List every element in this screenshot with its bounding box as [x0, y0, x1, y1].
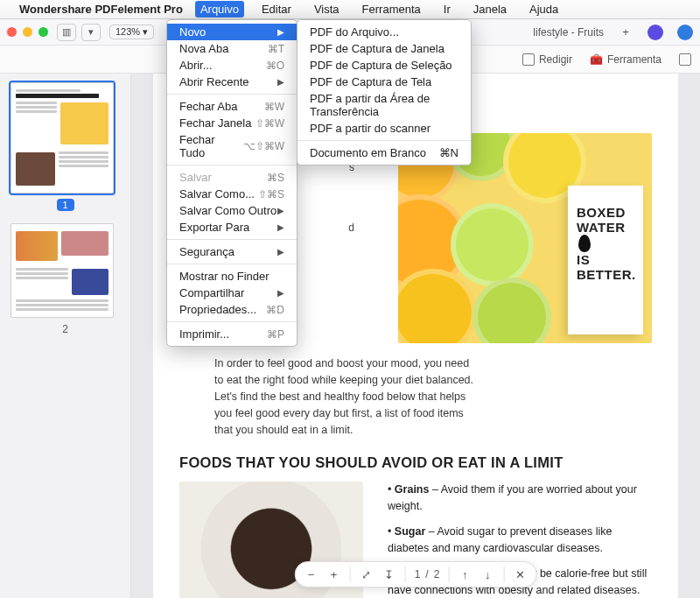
thumbnail-page-1[interactable]	[10, 82, 114, 193]
menu-item[interactable]: Compartilhar▶	[167, 285, 297, 301]
menu-item[interactable]: Fechar Tudo⌥⇧⌘W	[167, 131, 297, 161]
body-paragraph: In order to feel good and boost your moo…	[214, 355, 477, 439]
zoom-out-button[interactable]: −	[304, 568, 318, 581]
minimize-window-button[interactable]	[23, 27, 32, 37]
menu-item[interactable]: Segurança▶	[167, 243, 297, 260]
next-page-button[interactable]: ↓	[480, 568, 494, 581]
thumbnail-page-2[interactable]	[10, 223, 114, 318]
submenu-item[interactable]: PDF a partir do scanner	[298, 120, 471, 137]
menu-item[interactable]: Fechar Janela⇧⌘W	[167, 115, 297, 131]
menu-item[interactable]: Abrir...⌘O	[167, 57, 297, 74]
menu-item[interactable]: Salvar⌘S	[167, 169, 297, 186]
menu-vista[interactable]: Vista	[309, 1, 345, 18]
mac-menubar: Wondershare PDFelement Pro Arquivo Edita…	[0, 0, 700, 19]
arquivo-menu: Novo▶Nova Aba⌘TAbrir...⌘OAbrir Recente▶F…	[166, 19, 298, 347]
menu-ajuda[interactable]: Ajuda	[524, 1, 564, 18]
toolbox-icon: 🧰	[590, 53, 603, 66]
user-avatar-icon[interactable]	[677, 25, 693, 40]
page-navigator: − + ⤢ ↧ 1 / 2 ↑ ↓ ✕	[295, 561, 537, 587]
menu-item[interactable]: Mostrar no Finder	[167, 268, 297, 285]
page-badge-1: 1	[57, 199, 74, 211]
close-window-button[interactable]	[7, 27, 17, 37]
view-mode-button[interactable]: ▾	[81, 24, 101, 41]
menu-item[interactable]: Imprimir...⌘P	[167, 326, 297, 342]
menu-item[interactable]: Nova Aba⌘T	[167, 40, 297, 57]
menu-arquivo[interactable]: Arquivo	[195, 1, 244, 18]
page-number-2: 2	[10, 323, 120, 335]
toolbox-button[interactable]: 🧰Ferramenta	[590, 53, 662, 66]
submenu-item[interactable]: PDF do Arquivo...	[298, 24, 471, 40]
new-tab-button[interactable]: +	[618, 25, 634, 39]
zoom-in-button[interactable]: +	[327, 568, 341, 581]
menu-item[interactable]: Salvar Como Outro▶	[167, 202, 297, 219]
zoom-value: 123%	[116, 26, 140, 37]
submenu-item[interactable]: PDF de Captura de Seleção	[298, 57, 471, 74]
traffic-lights	[7, 27, 48, 37]
menu-editar[interactable]: Editar	[256, 1, 297, 18]
carton-line: IS	[577, 252, 634, 267]
menu-ir[interactable]: Ir	[438, 1, 456, 18]
fit-page-button[interactable]: ↧	[382, 568, 396, 581]
menu-item[interactable]: Fechar Aba⌘W	[167, 98, 297, 115]
current-page[interactable]: 1	[415, 568, 421, 580]
panel-toggle-button[interactable]	[679, 53, 691, 66]
carton-graphic: BOXED WATER IS BETTER.	[568, 186, 643, 334]
panel-icon	[679, 53, 691, 66]
sidebar-toggle-button[interactable]: ▥	[57, 24, 76, 41]
list-item: • Grains – Avoid them if you are worried…	[388, 482, 652, 515]
app-badge-icon[interactable]	[648, 25, 663, 40]
redact-icon	[522, 53, 535, 66]
water-drop-icon	[578, 235, 591, 252]
redact-label: Redigir	[539, 53, 572, 66]
menu-item[interactable]: Novo▶	[167, 24, 297, 40]
novo-submenu: PDF do Arquivo...PDF de Captura de Janel…	[297, 19, 472, 165]
submenu-item[interactable]: Documento em Branco⌘N	[298, 144, 471, 161]
section-heading: FOODS THAT YOU SHOULD AVOID OR EAT IN A …	[179, 454, 652, 471]
redact-tool[interactable]: Redigir	[522, 53, 572, 66]
prev-page-button[interactable]: ↑	[458, 568, 472, 581]
submenu-item[interactable]: PDF de Captura de Tela	[298, 74, 471, 90]
menu-ferramenta[interactable]: Ferramenta	[357, 1, 426, 18]
close-pager-button[interactable]: ✕	[513, 568, 527, 581]
toolbox-label: Ferramenta	[607, 53, 662, 66]
submenu-item[interactable]: PDF de Captura de Janela	[298, 40, 471, 57]
menu-item[interactable]: Exportar Para▶	[167, 219, 297, 236]
submenu-item[interactable]: PDF a partir da Área de Transferência	[298, 90, 471, 120]
carton-line: BOXED	[577, 205, 634, 220]
carton-line: BETTER.	[577, 267, 634, 282]
total-pages: 2	[434, 568, 440, 580]
menu-item[interactable]: Salvar Como...⇧⌘S	[167, 186, 297, 202]
carton-line: WATER	[577, 220, 626, 235]
zoom-select[interactable]: 123% ▾	[109, 25, 154, 39]
menu-item[interactable]: Abrir Recente▶	[167, 74, 297, 90]
document-tab[interactable]: lifestyle - Fruits	[526, 24, 611, 41]
fit-width-button[interactable]: ⤢	[360, 568, 374, 581]
menu-janela[interactable]: Janela	[468, 1, 512, 18]
app-name: Wondershare PDFelement Pro	[19, 3, 183, 16]
fullscreen-window-button[interactable]	[38, 27, 48, 37]
thumbnail-panel: 1 2	[0, 74, 131, 598]
menu-item[interactable]: Propriedades...⌘D	[167, 301, 297, 318]
list-item: • Sugar – Avoid sugar to prevent disease…	[388, 524, 652, 557]
